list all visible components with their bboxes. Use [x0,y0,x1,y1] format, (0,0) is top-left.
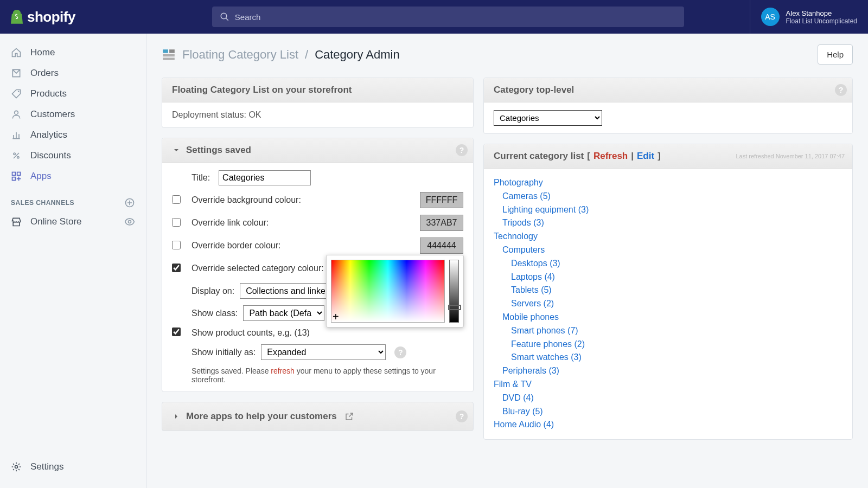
channel-online-store[interactable]: Online Store [0,211,146,232]
category-link[interactable]: Technology [494,232,538,241]
category-link[interactable]: Laptops (4) [511,272,555,281]
slider-handle[interactable] [448,305,461,310]
help-icon[interactable]: ? [456,144,468,156]
user-meta: Alex Stanhope Float List Uncomplicated [786,9,857,25]
more-apps-panel[interactable]: More apps to help your customers ? [162,402,474,431]
svg-point-12 [15,466,18,468]
help-icon[interactable]: ? [456,410,468,422]
search-wrap [146,7,750,27]
view-store-button[interactable] [124,216,135,227]
toplevel-panel-header: Category top-level? [484,78,852,102]
category-link[interactable]: Mobile phones [502,312,559,322]
toplevel-select[interactable]: Categories [494,110,602,126]
sidebar-item-orders[interactable]: Orders [0,63,146,84]
settings-label: Settings [30,461,63,472]
show-class-select[interactable]: Path back (Default) [243,305,324,321]
help-icon[interactable]: ? [394,346,406,358]
category-link[interactable]: Peripherals (3) [502,366,559,375]
override-border-value[interactable] [420,237,463,254]
settings-panel: Settings saved ? Title: Override backgro… [162,138,474,392]
sidebar-item-settings[interactable]: Settings [0,457,146,477]
override-link-value[interactable] [420,215,463,231]
refresh-list-link[interactable]: Refresh [593,151,628,162]
show-counts-checkbox[interactable] [172,328,181,336]
category-link[interactable]: Blu-ray (5) [502,407,543,416]
products-icon [11,88,22,99]
main-content: Floating Category List / Category Admin … [146,34,868,488]
category-link[interactable]: DVD (4) [502,393,534,402]
category-toplevel-panel: Category top-level? Categories [483,78,853,134]
breadcrumb: Floating Category List / Category Admin [162,48,400,62]
override-link-checkbox[interactable] [172,218,181,227]
sidebar-label-home: Home [30,47,55,58]
edit-list-link[interactable]: Edit [637,151,654,162]
show-initially-label: Show initially as: [192,348,256,357]
category-list-panel: Current category list [ Refresh | Edit ]… [483,144,853,440]
sidebar-item-analytics[interactable]: Analytics [0,125,146,145]
svg-rect-9 [12,177,16,181]
search-input[interactable] [235,12,676,22]
override-selected-checkbox[interactable] [172,264,181,272]
settings-hint: Settings saved. Please refresh your menu… [172,367,463,384]
category-link[interactable]: Tripods (3) [502,218,544,227]
override-bg-checkbox[interactable] [172,195,181,204]
page-title: Category Admin [315,48,400,62]
lightness-slider[interactable] [449,260,459,323]
category-link[interactable]: Servers (2) [511,299,554,308]
show-class-label: Show class: [192,309,238,318]
category-link[interactable]: Cameras (5) [502,191,551,201]
override-border-checkbox[interactable] [172,241,181,249]
sidebar-label-orders: Orders [30,68,59,79]
storefront-status-panel: Floating Category List on your storefron… [162,78,474,128]
svg-rect-7 [12,172,16,176]
category-link[interactable]: Desktops (3) [511,259,560,268]
topbar: shopify AS Alex Stanhope Float List Unco… [0,0,868,34]
category-link[interactable]: Tablets (5) [511,285,552,294]
category-link[interactable]: Home Audio (4) [494,420,554,429]
app-title[interactable]: Floating Category List [182,48,298,62]
category-link[interactable]: Lighting equipment (3) [502,205,589,214]
gear-icon [11,461,22,472]
category-link[interactable]: Smart watches (3) [511,352,582,362]
show-counts-label: Show product counts, e.g. (13) [192,328,310,338]
help-icon[interactable]: ? [835,84,847,96]
category-link[interactable]: Computers [502,245,545,254]
category-link[interactable]: Photography [494,178,543,187]
sidebar-item-customers[interactable]: Customers [0,104,146,125]
category-tree: PhotographyCameras (5)Lighting equipment… [494,176,843,432]
logo[interactable]: shopify [11,9,146,25]
svg-rect-15 [163,54,175,56]
shopify-bag-icon [11,10,23,24]
category-link[interactable]: Smart phones (7) [511,326,578,335]
customers-icon [11,109,22,120]
color-spectrum[interactable]: + [331,260,445,323]
sales-channels-header: SALES CHANNELS [0,187,146,211]
override-bg-value[interactable] [420,192,463,208]
sidebar-item-apps[interactable]: Apps [0,166,146,187]
sidebar-item-home[interactable]: Home [0,42,146,63]
sidebar-item-products[interactable]: Products [0,84,146,104]
title-input[interactable] [219,170,311,185]
display-on-select[interactable]: Collections and linked p [240,283,337,299]
more-apps-label: More apps to help your customers [186,411,337,422]
color-picker[interactable]: + [326,255,464,328]
search-box[interactable] [212,7,684,27]
sidebar-item-discounts[interactable]: Discounts [0,145,146,166]
avatar: AS [761,8,780,26]
svg-point-3 [15,111,18,114]
online-store-icon [11,216,22,227]
sidebar-label-analytics: Analytics [30,130,67,140]
refresh-link[interactable]: refresh [271,367,295,375]
svg-point-5 [17,157,19,158]
external-link-icon [344,412,354,421]
home-icon [11,47,22,58]
show-initially-select[interactable]: Expanded [261,344,386,360]
svg-point-4 [14,153,15,155]
sidebar-label-customers: Customers [30,109,75,120]
settings-panel-header[interactable]: Settings saved ? [162,138,473,163]
help-button[interactable]: Help [818,44,853,65]
user-area[interactable]: AS Alex Stanhope Float List Uncomplicate… [750,0,857,34]
category-link[interactable]: Film & TV [494,380,532,389]
category-link[interactable]: Feature phones (2) [511,339,585,349]
add-channel-button[interactable] [124,197,135,208]
